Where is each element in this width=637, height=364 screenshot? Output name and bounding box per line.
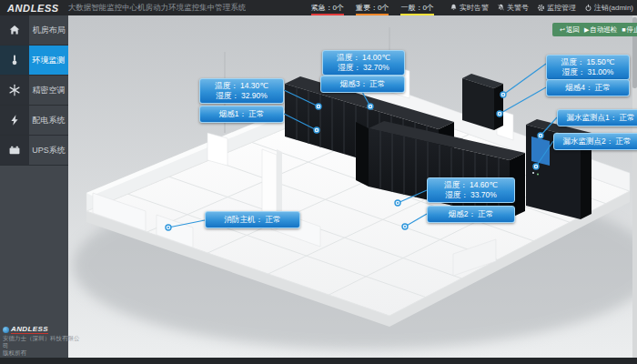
sensor-label-smoke-1[interactable]: 烟感1： 正常 (199, 106, 284, 123)
sensor-label-temp-bottom[interactable]: 温度： 14.60℃ 湿度： 33.70% (427, 177, 515, 203)
page-title: 大数据智能监控中心机房动力环境监控集中管理系统 (68, 3, 247, 14)
sidebar-item-environment-monitor[interactable]: 环境监测 (0, 46, 68, 76)
status-led (537, 173, 539, 175)
alarm-underline-general (400, 14, 433, 15)
back-button-label: 返回 (566, 25, 580, 35)
stop-patrol-button[interactable]: ■停止巡检 (622, 25, 637, 35)
menu-item-monitor-admin[interactable]: 监控管理 (537, 3, 576, 13)
sidebar-item-power-distribution[interactable]: 配电系统 (0, 106, 68, 136)
smoke-status: 烟感2： 正常 (430, 209, 512, 219)
menu-item-mute-alarm[interactable]: 关警号 (497, 3, 529, 13)
alarm-counter-general[interactable]: 一般：0个 (400, 3, 433, 13)
temperature-value: 温度： 14.00℃ (325, 53, 402, 63)
smoke-status: 烟感4： 正常 (549, 83, 627, 93)
thermometer-icon (0, 46, 29, 75)
cabinet-small[interactable] (462, 74, 503, 130)
menu-item-label: 关警号 (507, 3, 529, 13)
brand-logo: ANDLESS (4, 3, 63, 14)
footer-logo-badge-icon (3, 327, 9, 333)
header: ANDLESS 大数据智能监控中心机房动力环境监控集中管理系统 紧急：0个 重要… (0, 0, 637, 15)
menu-item-realtime-alarm[interactable]: 实时告警 (450, 3, 489, 13)
humidity-value: 湿度： 31.00% (549, 67, 627, 77)
auto-patrol-label: 自动巡检 (590, 25, 617, 35)
alarm-label: 重要： (356, 4, 378, 12)
menu-item-label: 监控管理 (547, 3, 576, 13)
humidity-value: 湿度： 32.90% (202, 91, 281, 101)
status-led (532, 172, 534, 174)
sidebar: 机房布局 环境监测 精密空调 配电系统 UPS系统 (0, 15, 68, 358)
smoke-status: 烟感1： 正常 (202, 109, 281, 119)
bell-mute-icon (497, 4, 505, 12)
temperature-value: 温度： 14.30℃ (202, 81, 281, 91)
smoke-status: 烟感3： 正常 (323, 79, 402, 89)
sensor-label-smoke-3[interactable]: 烟感3： 正常 (320, 76, 405, 93)
scrollbar[interactable] (632, 15, 637, 358)
bolt-icon (0, 106, 29, 135)
sensor-label-smoke-4[interactable]: 烟感4： 正常 (546, 79, 630, 96)
sidebar-item-precision-ac[interactable]: 精密空调 (0, 76, 68, 106)
sensor-label-leak-2[interactable]: 漏水监测点2： 正常 (553, 133, 637, 150)
leak-status: 漏水监测点1： 正常 (560, 113, 637, 123)
menu-item-label: 实时告警 (460, 3, 489, 13)
stop-icon: ■ (622, 26, 625, 33)
gear-icon (537, 4, 545, 12)
fire-host-status: 消防主机： 正常 (207, 215, 298, 225)
temperature-value: 温度： 14.60℃ (430, 180, 512, 190)
menu-item-label: 注销(admin) (594, 3, 633, 13)
copyright-block: ANDLESS 安德力士（深圳）科技有限公司 版权所有 (3, 326, 81, 357)
humidity-value: 湿度： 32.70% (325, 63, 402, 73)
humidity-value: 湿度： 33.70% (430, 190, 512, 200)
scene-toolbar: ↩返回 ▶自动巡检 ■停止巡检 (552, 23, 637, 36)
header-menu: 实时告警 关警号 监控管理 注销(admin) (450, 3, 633, 13)
sensor-label-leak-1[interactable]: 漏水监测点1： 正常 (557, 109, 637, 126)
sidebar-item-room-layout[interactable]: 机房布局 (0, 15, 68, 46)
sensor-label-temp-mid[interactable]: 温度： 14.00℃ 湿度： 32.70% (322, 50, 405, 76)
sensor-label-smoke-2[interactable]: 烟感2： 正常 (427, 206, 515, 223)
alarm-count: 0个 (422, 4, 433, 12)
alarm-underline-important (356, 14, 389, 15)
alarm-count: 0个 (333, 4, 344, 12)
sidebar-item-label: 机房布局 (29, 15, 68, 45)
temperature-value: 温度： 15.50℃ (549, 57, 627, 67)
sidebar-item-label: 配电系统 (29, 106, 68, 135)
alarm-counter-important[interactable]: 重要：0个 (356, 3, 389, 13)
alarm-count: 0个 (378, 4, 389, 12)
bell-icon (450, 4, 458, 12)
stop-patrol-label: 停止巡检 (627, 25, 637, 35)
sensor-label-temp-right[interactable]: 温度： 15.50℃ 湿度： 31.00% (546, 55, 630, 80)
footer-brand-text: ANDLESS (11, 326, 48, 334)
sidebar-item-label: UPS系统 (29, 136, 68, 165)
sensor-label-temp-left[interactable]: 温度： 14.30℃ 湿度： 32.90% (199, 78, 284, 104)
sidebar-item-label: 环境监测 (29, 46, 68, 75)
power-icon (584, 4, 592, 12)
app-window: ANDLESS 大数据智能监控中心机房动力环境监控集中管理系统 紧急：0个 重要… (0, 0, 637, 364)
leak-status: 漏水监测点2： 正常 (556, 136, 637, 147)
sidebar-item-label: 精密空调 (29, 76, 68, 105)
snowflake-icon (0, 76, 29, 105)
alarm-label: 一般： (400, 4, 422, 12)
undo-icon: ↩ (560, 26, 565, 34)
footer-company: 安德力士（深圳）科技有限公司 (3, 335, 81, 349)
sensor-label-fire-host[interactable]: 消防主机： 正常 (205, 211, 300, 228)
home-icon (0, 15, 29, 45)
footer-logo: ANDLESS (3, 326, 81, 334)
play-icon: ▶ (584, 26, 589, 34)
alarm-counter-urgent[interactable]: 紧急：0个 (311, 3, 344, 13)
alarm-underline-urgent (311, 14, 344, 15)
sidebar-item-ups-system[interactable]: UPS系统 (0, 136, 68, 166)
footer-bar (0, 358, 637, 364)
back-button[interactable]: ↩返回 (560, 25, 580, 35)
alarm-label: 紧急： (311, 4, 333, 12)
menu-item-logout[interactable]: 注销(admin) (584, 3, 633, 13)
auto-patrol-button[interactable]: ▶自动巡检 (584, 25, 617, 35)
footer-rights: 版权所有 (3, 349, 81, 357)
battery-icon (0, 136, 29, 165)
